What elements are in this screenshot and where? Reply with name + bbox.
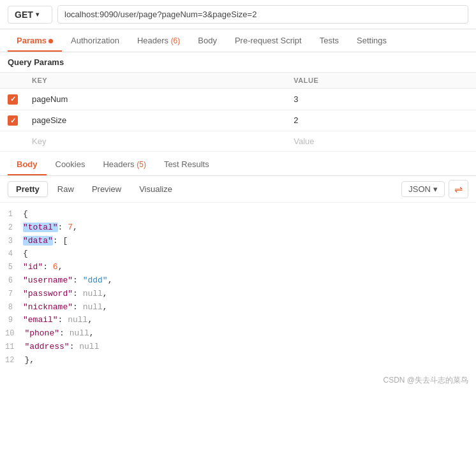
tab-headers[interactable]: Headers (6): [128, 29, 189, 52]
json-line: 11 "address": null: [0, 341, 476, 354]
row2-value[interactable]: 2: [287, 110, 476, 131]
json-line: 10 "phone": null,: [0, 327, 476, 341]
response-tab-headers[interactable]: Headers (5): [94, 153, 154, 175]
url-input[interactable]: [57, 5, 468, 24]
format-bar: Pretty Raw Preview Visualize JSON ▾ ⇌: [0, 176, 476, 203]
format-type-chevron: ▾: [433, 184, 438, 194]
table-row: pageNum 3: [0, 89, 476, 110]
table-row: Key Value: [0, 131, 476, 152]
response-headers-badge: (5): [137, 160, 146, 169]
json-line: 12 },: [0, 354, 476, 367]
tab-body[interactable]: Body: [189, 29, 226, 52]
row1-checkbox[interactable]: [8, 94, 18, 105]
json-line: 5 "id": 6,: [0, 261, 476, 274]
top-bar: GET ▾: [0, 0, 476, 29]
col-checkbox-header: [0, 73, 26, 89]
method-chevron: ▾: [36, 11, 39, 18]
response-tab-body[interactable]: Body: [8, 153, 47, 175]
format-visualize[interactable]: Visualize: [131, 181, 181, 197]
row2-key[interactable]: pageSize: [26, 110, 287, 131]
tab-tests[interactable]: Tests: [311, 29, 348, 52]
json-line: 1{: [0, 208, 476, 221]
row2-checkbox[interactable]: [8, 115, 18, 126]
json-line: 2 "total": 7,: [0, 221, 476, 235]
table-row: pageSize 2: [0, 110, 476, 131]
row3-value-placeholder[interactable]: Value: [287, 131, 476, 152]
json-line: 7 "password": null,: [0, 288, 476, 301]
json-line: 9 "email": null,: [0, 314, 476, 327]
format-preview[interactable]: Preview: [84, 181, 130, 197]
json-line: 8 "nickname": null,: [0, 301, 476, 314]
tab-pre-request[interactable]: Pre-request Script: [226, 29, 311, 52]
response-tab-cookies[interactable]: Cookies: [47, 153, 94, 175]
tab-settings[interactable]: Settings: [348, 29, 396, 52]
params-dot: [48, 39, 53, 43]
query-params-label: Query Params: [0, 52, 476, 72]
method-label: GET: [15, 10, 33, 20]
response-tab-test-results[interactable]: Test Results: [155, 153, 218, 175]
tab-authorization[interactable]: Authorization: [62, 29, 128, 52]
method-select[interactable]: GET ▾: [8, 6, 52, 24]
col-key-header: KEY: [26, 73, 287, 89]
watermark: CSDN @失去斗志的菜鸟: [0, 372, 476, 391]
headers-badge: (6): [171, 36, 181, 45]
json-line: 4 {: [0, 247, 476, 261]
format-pretty[interactable]: Pretty: [8, 181, 48, 197]
params-table: KEY VALUE pageNum 3 pageSize 2 Key Value: [0, 72, 476, 152]
wrap-button[interactable]: ⇌: [449, 180, 468, 198]
format-raw[interactable]: Raw: [49, 181, 82, 197]
row1-key[interactable]: pageNum: [26, 89, 287, 110]
request-tab-bar: Params Authorization Headers (6) Body Pr…: [0, 29, 476, 52]
response-tab-bar: Body Cookies Headers (5) Test Results: [0, 153, 476, 176]
json-line: 6 "username": "ddd",: [0, 274, 476, 288]
row1-value[interactable]: 3: [287, 89, 476, 110]
format-type-select[interactable]: JSON ▾: [401, 181, 445, 197]
col-value-header: VALUE: [287, 73, 476, 89]
tab-params[interactable]: Params: [8, 29, 62, 52]
json-viewer: 1{2 "total": 7,3 "data": [4 {5 "id": 6,6…: [0, 203, 476, 372]
row3-key-placeholder[interactable]: Key: [26, 131, 287, 152]
json-line: 3 "data": [: [0, 235, 476, 248]
